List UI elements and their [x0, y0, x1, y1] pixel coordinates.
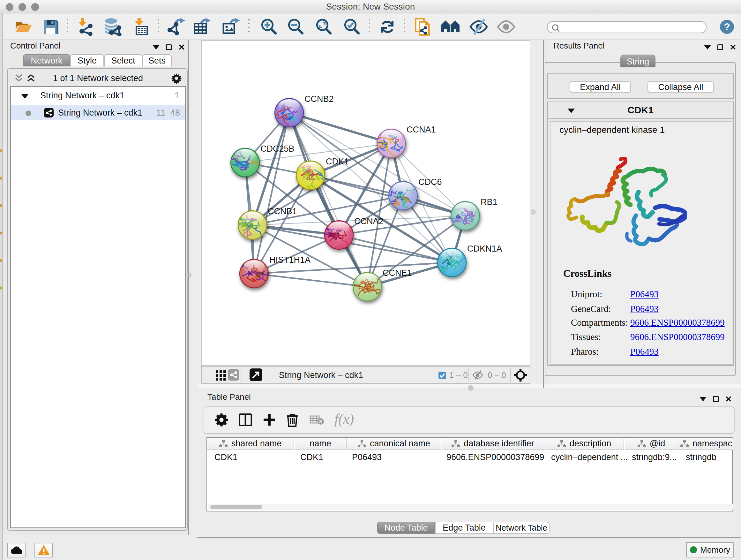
svg-text:CDC25B: CDC25B — [260, 144, 294, 153]
svg-text:CDKN1A: CDKN1A — [467, 244, 502, 253]
svg-text:CCNB2: CCNB2 — [305, 94, 334, 104]
svg-text:CCNB1: CCNB1 — [268, 206, 297, 216]
svg-text:CCNE1: CCNE1 — [383, 268, 412, 278]
svg-text:RB1: RB1 — [481, 197, 497, 207]
svg-text:CDK1: CDK1 — [326, 157, 349, 166]
svg-text:CCNA2: CCNA2 — [354, 216, 384, 226]
svg-text:CCNA1: CCNA1 — [407, 125, 436, 134]
svg-text:CDC6: CDC6 — [418, 177, 442, 187]
svg-text:HIST1H1A: HIST1H1A — [269, 255, 311, 265]
